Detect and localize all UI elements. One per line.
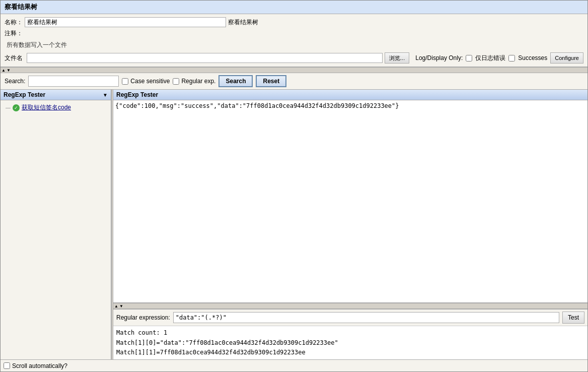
regular-exp-label: Regular exp. <box>181 78 215 85</box>
reset-button[interactable]: Reset <box>256 75 286 87</box>
collapse-up-icon-2[interactable]: ▲ <box>114 304 118 308</box>
tree-item-icon: ✓ <box>13 104 20 111</box>
collapse-down-icon-2[interactable]: ▼ <box>119 304 123 308</box>
search-label: Search: <box>5 78 25 85</box>
log-options: Log/Display Only: 仅日志错误 Successes Config… <box>415 52 583 64</box>
match-line-1: Match[1][1]=7ff08d1ac0cea944d32f4d32db93… <box>116 348 584 357</box>
configure-button[interactable]: Configure <box>550 52 583 64</box>
search-bar: Search: Case sensitive Regular exp. Sear… <box>1 73 587 90</box>
file-row: 文件名 浏览... Log/Display Only: 仅日志错误 Succes… <box>5 51 583 65</box>
scroll-auto-check: Scroll automatically? <box>4 362 67 369</box>
collapse-down-icon[interactable]: ▼ <box>7 68 11 73</box>
regexp-input[interactable] <box>173 312 559 323</box>
case-sensitive-group: Case sensitive <box>122 78 170 85</box>
regexp-input-row: Regular expression: // set regexp input … <box>113 309 587 326</box>
case-sensitive-label: Case sensitive <box>130 78 170 85</box>
search-button[interactable]: Search <box>218 75 253 87</box>
collapse-bar-top: ▲ ▼ <box>1 67 587 73</box>
right-panel-header: RegExp Tester <box>113 90 587 100</box>
test-button[interactable]: Test <box>562 312 584 324</box>
note-row: 所有数据写入一个文件 <box>5 39 583 51</box>
left-panel: RegExp Tester ▼ — ✓ 获取短信签名code <box>1 90 111 359</box>
name-input[interactable] <box>25 17 226 27</box>
scroll-auto-checkbox[interactable] <box>4 362 10 369</box>
match-line-0: Match[1][0]="data":"7ff08d1ac0cea944d32f… <box>116 338 584 348</box>
comment-row: 注释： <box>5 28 583 39</box>
window-title: 察看结果树 <box>5 3 37 11</box>
left-panel-header: RegExp Tester ▼ <box>1 90 111 100</box>
right-panel-title: RegExp Tester <box>116 91 158 98</box>
response-area: {"code":100,"msg":"success","data":"7ff0… <box>113 100 587 303</box>
case-sensitive-checkbox[interactable] <box>122 78 128 85</box>
successes-checkbox[interactable] <box>508 55 515 61</box>
file-input[interactable] <box>27 53 383 63</box>
name-value-display: 察看结果树 <box>228 18 258 27</box>
regexp-section: Regular expression: // set regexp input … <box>113 309 587 359</box>
errors-only-checkbox[interactable] <box>466 55 472 61</box>
match-count: Match count: 1 <box>116 328 584 338</box>
browse-button[interactable]: 浏览... <box>385 52 409 64</box>
search-input[interactable] <box>28 76 119 87</box>
main-content: RegExp Tester ▼ — ✓ 获取短信签名code RegExp Te… <box>1 90 587 359</box>
tree-connector: — <box>6 105 11 110</box>
left-panel-arrow[interactable]: ▼ <box>103 92 108 98</box>
name-row: 名称： 察看结果树 <box>5 16 583 28</box>
regexp-label: Regular expression: <box>116 314 170 321</box>
form-section: 名称： 察看结果树 注释： 所有数据写入一个文件 文件名 浏览... Log/D… <box>1 14 587 67</box>
successes-label: Successes <box>518 54 547 61</box>
left-panel-title: RegExp Tester <box>4 91 45 98</box>
tree-root-item[interactable]: — ✓ 获取短信签名code <box>3 102 109 113</box>
regular-exp-checkbox[interactable] <box>173 78 179 85</box>
log-display-label: Log/Display Only: <box>415 54 463 61</box>
scroll-auto-label: Scroll automatically? <box>12 362 67 369</box>
collapse-bar-middle: ▲ ▼ <box>113 303 587 309</box>
regular-exp-group: Regular exp. <box>173 78 215 85</box>
match-result-area: Match count: 1 Match[1][0]="data":"7ff08… <box>113 326 587 359</box>
checkmark-icon: ✓ <box>14 105 18 110</box>
bottom-bar: Scroll automatically? <box>1 359 587 371</box>
name-label: 名称： <box>5 18 25 27</box>
response-text: {"code":100,"msg":"success","data":"7ff0… <box>115 102 399 109</box>
tree-area: — ✓ 获取短信签名code <box>1 100 111 359</box>
collapse-up-icon[interactable]: ▲ <box>2 68 6 73</box>
tree-item-label[interactable]: 获取短信签名code <box>22 103 71 112</box>
comment-label: 注释： <box>5 29 25 38</box>
file-label: 文件名 <box>5 54 25 63</box>
title-bar: 察看结果树 <box>1 1 587 14</box>
right-panel: RegExp Tester {"code":100,"msg":"success… <box>113 90 587 359</box>
errors-only-label: 仅日志错误 <box>475 54 505 63</box>
note-text: 所有数据写入一个文件 <box>5 40 67 50</box>
